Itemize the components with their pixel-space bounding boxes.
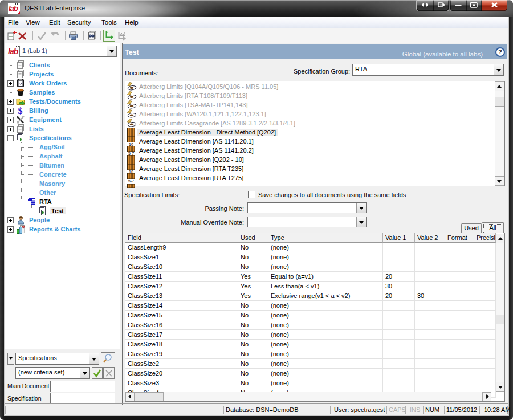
svg-text:$: $ — [18, 106, 23, 115]
